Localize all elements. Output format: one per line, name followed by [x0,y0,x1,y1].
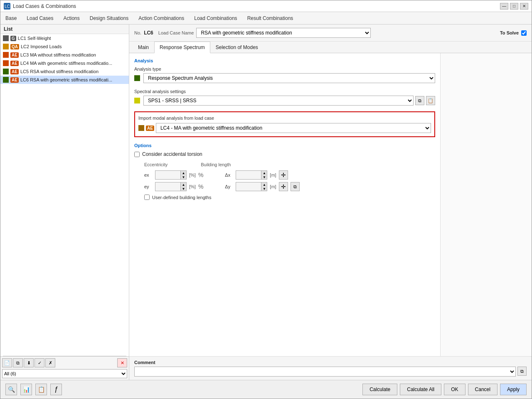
check-button[interactable]: ✓ [34,358,44,367]
ey-percent: % [198,183,203,190]
uncheck-button[interactable]: ✗ [45,358,55,367]
spectral-edit-button[interactable]: 📋 [426,96,435,105]
item-badge-lc4: AE [10,61,19,66]
spectral-label: Spectral analysis settings [134,89,435,94]
apply-button[interactable]: Apply [500,384,527,395]
side-content [440,53,532,356]
ok-button[interactable]: OK [444,384,465,395]
menu-item-actions[interactable]: Actions [58,12,84,24]
ex-spin-down[interactable]: ▼ [180,175,186,179]
copy-button[interactable]: ⧉ [13,358,23,367]
close-button[interactable]: ✕ [520,3,528,10]
to-solve-label: To Solve [500,30,519,35]
item-badge-lc6: AE [10,77,19,83]
menu-item-action-combinations[interactable]: Action Combinations [133,12,189,24]
delta-y-unit: [m] [270,184,276,189]
tab-response-spectrum[interactable]: Response Spectrum [154,42,210,53]
import-dropdown[interactable]: LC4 - MA with geometric stiffness modifi… [156,123,431,133]
delta-x-anchor-button[interactable]: ✛ [279,170,288,180]
cancel-button[interactable]: Cancel [468,384,498,395]
item-text-lc5: LC5 RSA without stiffness modification [20,69,99,74]
formula-icon-button[interactable]: ƒ [50,384,62,395]
torsion-label: Consider accidental torsion [142,151,202,157]
delete-button[interactable]: ✕ [117,358,127,367]
to-solve-checkbox[interactable] [521,30,527,36]
load-case-name-dropdown[interactable]: RSA with geometric stiffness modificatio… [196,28,371,38]
calculate-all-button[interactable]: Calculate All [400,384,441,395]
list-item-selected[interactable]: AE LC6 RSA with geometric stiffness modi… [0,76,129,84]
ex-pct-unit: [%] [189,172,196,177]
list-header: List [0,25,129,34]
app-icon: LC [4,3,10,10]
menu-item-result-combinations[interactable]: Result Combinations [242,12,298,24]
menu-item-load-combinations[interactable]: Load Combinations [189,12,242,24]
tabs-bar: Main Response Spectrum Selection of Mode… [129,42,532,53]
name-group: Load Case Name RSA with geometric stiffn… [158,28,371,38]
toolbar-row: 📄 ⧉ ⬇ ✓ ✗ ✕ [2,358,127,367]
main-area: List G LC1 Self-Weight QA LC2 Imposed Lo… [0,25,532,380]
list-item[interactable]: G LC1 Self-Weight [0,34,129,42]
comment-section: Comment ⧉ [129,356,532,380]
new-item-button[interactable]: 📄 [2,358,12,367]
comment-dropdown[interactable] [134,367,516,377]
bottom-left: 🔍 📊 📋 ƒ [5,384,62,395]
delta-x-spin-down[interactable]: ▼ [261,175,267,179]
table-icon-button[interactable]: 📊 [20,384,32,395]
menu-item-base[interactable]: Base [0,12,22,24]
tab-selection-modes[interactable]: Selection of Modes [210,42,264,53]
filter-select[interactable]: All (6) [2,369,127,378]
delta-y-spin-down[interactable]: ▼ [261,187,267,191]
ey-spin-up[interactable]: ▲ [180,182,186,187]
item-text-lc4: LC4 MA with geometric stiffness modifica… [20,61,112,66]
tab-main[interactable]: Main [133,42,154,53]
copy-lengths-button[interactable]: ⧉ [291,182,300,191]
menu-bar: Base Load Cases Actions Design Situation… [0,12,532,25]
list-item[interactable]: AE LC5 RSA without stiffness modificatio… [0,67,129,76]
content-area: Analysis Analysis type Response Spectrum… [129,53,532,356]
menu-item-load-cases[interactable]: Load Cases [22,12,58,24]
torsion-checkbox[interactable] [134,152,140,157]
user-defined-row: User-defined building lengths [144,195,435,200]
spectral-color [134,98,140,103]
delta-x-spin-up[interactable]: ▲ [261,171,267,175]
item-badge-lc1: G [10,36,16,41]
ey-input[interactable] [155,182,180,191]
import-button[interactable]: ⬇ [24,358,34,367]
analysis-type-dropdown[interactable]: Response Spectrum Analysis [143,73,435,83]
delta-y-input-group: ▲ ▼ [236,182,267,191]
minimize-button[interactable]: — [500,3,508,10]
delta-x-unit: [m] [270,172,276,177]
delta-x-input[interactable] [236,171,261,179]
ey-spin-down[interactable]: ▼ [180,187,186,191]
graph-icon-button[interactable]: 📋 [35,384,47,395]
list-item[interactable]: QA LC2 Imposed Loads [0,42,129,51]
comment-copy-button[interactable]: ⧉ [517,367,527,376]
no-group: No. LC6 [134,30,153,36]
analysis-type-row: Response Spectrum Analysis [134,73,435,83]
search-icon-button[interactable]: 🔍 [5,384,17,395]
item-color-lc3 [3,52,9,58]
delta-y-spin-up[interactable]: ▲ [261,182,267,187]
main-content: Analysis Analysis type Response Spectrum… [129,53,440,356]
ex-spin-up[interactable]: ▲ [180,171,186,175]
delta-y-label: Δy [225,184,233,189]
spectral-copy-button[interactable]: ⧉ [415,96,424,105]
analysis-type-group: Analysis type Response Spectrum Analysis [134,66,435,83]
eccentricity-header: Eccentricity [144,162,167,167]
ex-input[interactable] [155,171,180,179]
item-color-lc1 [3,35,9,41]
window-title: Load Cases & Combinations [13,3,500,9]
list-item[interactable]: AE LC3 MA without stiffness modification [0,51,129,59]
spectral-dropdown[interactable]: SPS1 - SRSS | SRSS [143,96,414,106]
maximize-button[interactable]: □ [510,3,518,10]
delta-y-input[interactable] [236,182,261,191]
menu-item-design-situations[interactable]: Design Situations [85,12,133,24]
analysis-section: Analysis Analysis type Response Spectrum… [134,58,435,137]
delta-y-anchor-button[interactable]: ✛ [279,182,288,191]
item-color-lc2 [3,44,9,49]
to-solve-section: To Solve [500,30,527,36]
top-form: No. LC6 Load Case Name RSA with geometri… [129,25,532,42]
list-item[interactable]: AE LC4 MA with geometric stiffness modif… [0,59,129,67]
calculate-button[interactable]: Calculate [362,384,397,395]
user-defined-checkbox[interactable] [144,195,150,200]
